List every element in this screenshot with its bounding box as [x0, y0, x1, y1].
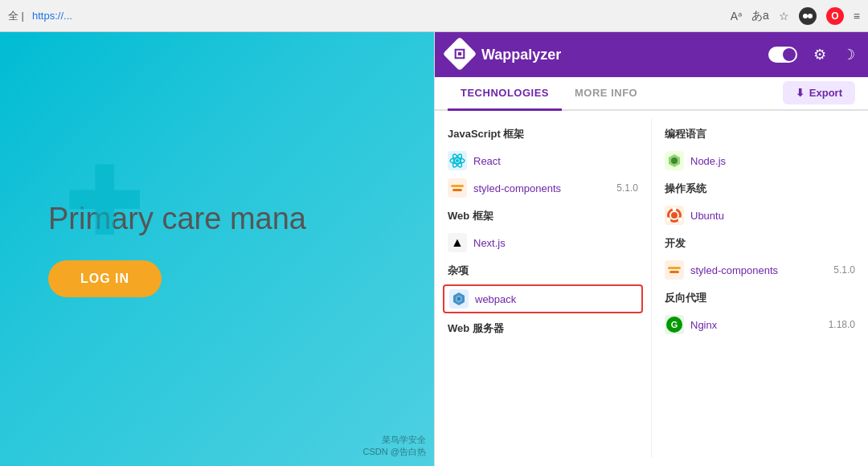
tabs-bar: TECHNOLOGIES MORE INFO ⬇ Export — [435, 77, 868, 111]
main-area: ✚ Primary care mana LOG IN 菜鸟学安全 CSDN @告… — [0, 32, 868, 466]
svg-point-5 — [456, 159, 459, 162]
svg-rect-9 — [451, 185, 464, 187]
tech-item-styled: styled-components 5.1.0 — [448, 175, 638, 201]
login-button[interactable]: LOG IN — [48, 260, 162, 297]
svg-rect-10 — [452, 189, 462, 191]
section-title-proglang: 编程语言 — [665, 127, 855, 141]
styled-components-link-right[interactable]: styled-components — [690, 264, 778, 276]
website-background: ✚ Primary care mana LOG IN 菜鸟学安全 CSDN @告… — [0, 32, 434, 466]
tech-item-styled-right: styled-components 5.1.0 — [665, 257, 855, 283]
nginx-link[interactable]: Nginx — [690, 319, 717, 331]
svg-point-13 — [457, 297, 461, 300]
section-title-dev: 开发 — [665, 236, 855, 251]
tab-technologies[interactable]: TECHNOLOGIES — [448, 77, 562, 111]
nextjs-link[interactable]: Next.js — [473, 237, 506, 249]
tech-item-webpack: webpack — [443, 284, 643, 313]
svg-point-1 — [808, 14, 813, 18]
nodejs-link[interactable]: Node.js — [690, 155, 726, 167]
moon-icon[interactable]: ☽ — [842, 46, 855, 63]
logo-diamond — [443, 37, 477, 71]
wappalyzer-title: Wappalyzer — [481, 47, 760, 63]
tech-item-react: React — [448, 148, 638, 174]
wappalyzer-panel: Wappalyzer ⚙ ☽ TECHNOLOGIES MORE INFO ⬇ … — [434, 32, 868, 466]
favorites-icon[interactable]: ☆ — [779, 10, 789, 22]
wappalyzer-header: Wappalyzer ⚙ ☽ — [435, 32, 868, 77]
tech-item-nextjs: ▲ Next.js — [448, 230, 638, 255]
styled-components-link[interactable]: styled-components — [473, 182, 561, 194]
nodejs-icon — [665, 151, 684, 170]
nginx-icon: G — [665, 315, 684, 334]
menu-icon[interactable]: ≡ — [854, 10, 860, 22]
tech-item-ubuntu: Ubuntu — [665, 202, 855, 228]
svg-point-19 — [678, 218, 682, 222]
browser-bar-text: 全 | — [8, 9, 24, 23]
download-icon: ⬇ — [796, 87, 805, 99]
svg-text:G: G — [671, 320, 678, 329]
toggle-knob — [783, 48, 796, 61]
nginx-version: 1.18.0 — [829, 319, 855, 330]
section-title-os: 操作系统 — [665, 182, 855, 196]
browser-bar: 全 | https://... Aᵃ あa ☆ O ≡ — [0, 0, 868, 32]
browser-url[interactable]: https://... — [32, 10, 72, 22]
styled-components-version-right: 5.1.0 — [833, 264, 855, 276]
svg-point-0 — [803, 14, 808, 18]
svg-rect-22 — [669, 271, 679, 273]
styled-components-version: 5.1.0 — [616, 182, 638, 194]
section-title-misc: 杂项 — [448, 264, 638, 278]
opera-icon[interactable]: O — [826, 7, 844, 25]
toggle-switch[interactable] — [768, 47, 797, 63]
section-title-proxy: 反向代理 — [665, 291, 855, 305]
watermark: 菜鸟学安全 CSDN @告白热 — [363, 434, 426, 458]
tech-item-nginx: G Nginx 1.18.0 — [665, 312, 855, 337]
svg-point-20 — [667, 218, 671, 222]
font-size-icon[interactable]: Aᵃ — [731, 10, 742, 22]
tech-item-nodejs: Node.js — [665, 148, 855, 174]
section-title-webserver: Web 服务器 — [448, 321, 638, 336]
cross-icon: ✚ — [64, 153, 145, 249]
webpack-icon — [449, 289, 469, 309]
reader-icon[interactable] — [799, 7, 817, 25]
right-column: 编程语言 Node.js 操作系统 — [652, 119, 868, 458]
settings-icon[interactable]: ⚙ — [813, 46, 826, 63]
styled-components-icon — [448, 178, 467, 198]
left-column: JavaScript 框架 React — [435, 119, 652, 458]
styled-components-icon-right — [665, 260, 684, 280]
svg-point-18 — [673, 207, 677, 211]
lang-icon[interactable]: あa — [751, 9, 769, 23]
nextjs-icon: ▲ — [448, 233, 467, 252]
react-icon — [448, 151, 467, 170]
webpack-link[interactable]: webpack — [475, 293, 516, 305]
ubuntu-icon — [665, 206, 684, 225]
react-link[interactable]: React — [473, 155, 501, 167]
svg-rect-21 — [668, 267, 681, 269]
export-label: Export — [809, 87, 842, 99]
section-title-js: JavaScript 框架 — [448, 127, 638, 141]
browser-icons: Aᵃ あa ☆ O ≡ — [731, 7, 860, 25]
tab-more-info[interactable]: MORE INFO — [562, 77, 650, 111]
export-button[interactable]: ⬇ Export — [783, 81, 855, 104]
wappalyzer-logo — [448, 42, 473, 67]
ubuntu-link[interactable]: Ubuntu — [690, 210, 724, 222]
svg-point-15 — [671, 157, 678, 164]
wappalyzer-content: JavaScript 框架 React — [435, 111, 868, 466]
section-title-web: Web 框架 — [448, 209, 638, 223]
